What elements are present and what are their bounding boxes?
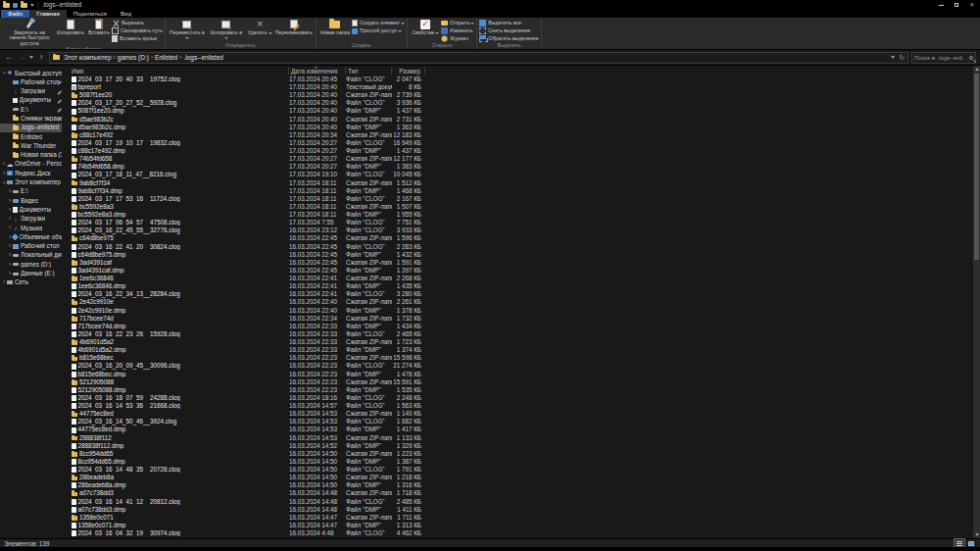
copy-button[interactable]: Копировать bbox=[55, 18, 86, 35]
file-row[interactable]: 2024_03_16_20_09_45__30096.clog16.03.202… bbox=[62, 363, 973, 371]
easy-access-button[interactable]: Простой доступ bbox=[352, 27, 405, 34]
file-row[interactable]: 2024_03_17_20_27_52__5928.clog17.03.2024… bbox=[62, 99, 973, 107]
sidebar-item[interactable]: War Thunder bbox=[0, 141, 62, 150]
breadcrumb-segment[interactable]: Enlisted bbox=[153, 54, 179, 61]
sidebar-item[interactable]: E:\ bbox=[0, 105, 62, 114]
file-row[interactable]: 286eadeb8a.dmp16.03.2024 14:50Файл "DMP"… bbox=[62, 481, 973, 489]
file-row[interactable]: bpreport17.03.2024 20:40Текстовый докум.… bbox=[62, 83, 973, 91]
breadcrumb-segment[interactable]: Этот компьютер bbox=[62, 54, 114, 61]
file-row[interactable]: c64d8be975.dmp16.03.2024 22:45Файл "DMP"… bbox=[62, 251, 973, 259]
file-row[interactable]: 74b54fd658.dmp17.03.2024 20:27Файл "DMP"… bbox=[62, 163, 973, 171]
tab-view[interactable]: Вид bbox=[114, 10, 138, 18]
scroll-up-icon[interactable] bbox=[975, 68, 979, 71]
sidebar-item[interactable]: ›Документы bbox=[0, 205, 62, 214]
new-item-button[interactable]: Создать элемент bbox=[352, 20, 405, 26]
sidebar-item[interactable]: Загрузки bbox=[0, 87, 62, 96]
file-row[interactable]: 2024_03_17_19_10_17__19832.clog17.03.202… bbox=[62, 139, 973, 147]
sidebar-item[interactable]: ›Этот компьютер bbox=[0, 178, 62, 187]
file-row[interactable]: 2e42c9910e16.03.2024 22:40Сжатая ZIP-пап… bbox=[62, 299, 973, 307]
file-row[interactable]: 8cc954dd6516.03.2024 14:50Сжатая ZIP-пап… bbox=[62, 450, 973, 458]
file-row[interactable]: 44775ec8ed16.03.2024 14:53Сжатая ZIP-пап… bbox=[62, 410, 973, 418]
file-row[interactable]: 2024_03_16_14_48_35__20728.clog16.03.202… bbox=[62, 466, 973, 474]
history-button[interactable]: Журнал bbox=[441, 35, 474, 42]
file-row[interactable]: 717bcee74d16.03.2024 22:34Сжатая ZIP-пап… bbox=[62, 315, 973, 323]
new-folder-button[interactable]: Новая папка bbox=[318, 18, 352, 35]
sidebar-item[interactable]: Снимки экрана bbox=[0, 114, 62, 123]
sidebar-item[interactable]: ›E:\ bbox=[0, 187, 62, 196]
file-row[interactable]: c88c17e49217.03.2024 20:34Сжатая ZIP-пап… bbox=[62, 131, 973, 139]
address-dropdown-icon[interactable] bbox=[891, 56, 895, 59]
file-row[interactable]: 286eadeb8a16.03.2024 14:50Сжатая ZIP-пап… bbox=[62, 474, 973, 481]
sidebar-item[interactable]: ›Сеть bbox=[0, 278, 62, 287]
file-row[interactable]: 717bcee74d.dmp16.03.2024 22:33Файл "DMP"… bbox=[62, 323, 973, 330]
move-to-button[interactable]: Переместить в bbox=[168, 18, 207, 41]
file-row[interactable]: 1358e0c071.dmp16.03.2024 14:47Файл "DMP"… bbox=[62, 522, 973, 529]
tab-share[interactable]: Поделиться bbox=[67, 10, 114, 18]
file-row[interactable]: 2024_03_17_20_40_33__19752.clog17.03.202… bbox=[62, 75, 973, 83]
file-row[interactable]: c88c17e492.dmp17.03.2024 20:27Файл "DMP"… bbox=[62, 147, 973, 155]
column-header[interactable]: Дата изменения˄ bbox=[289, 67, 346, 75]
qat-properties-icon[interactable] bbox=[13, 3, 18, 8]
file-row[interactable]: 2024_03_16_18_07_59__24288.clog16.03.202… bbox=[62, 394, 973, 402]
file-row[interactable]: 2024_03_16_14_53_36__21668.clog16.03.202… bbox=[62, 402, 973, 410]
file-row[interactable]: 2024_03_16_22_41_20__30824.clog16.03.202… bbox=[62, 243, 973, 251]
forward-icon[interactable]: → bbox=[17, 54, 26, 62]
file-row[interactable]: 2024_03_16_14_50_46__3924.clog16.03.2024… bbox=[62, 418, 973, 426]
scrollbar-thumb[interactable] bbox=[974, 74, 979, 260]
file-row[interactable]: 1ee6c36846.dmp16.03.2024 22:41Файл "DMP"… bbox=[62, 282, 973, 290]
file-row[interactable]: 288838f112.dmp16.03.2024 14:52Файл "DMP"… bbox=[62, 442, 973, 450]
sidebar-item[interactable]: ›Загрузки bbox=[0, 215, 62, 224]
file-row[interactable]: b815e68bec.dmp16.03.2024 22:23Файл "DMP"… bbox=[62, 371, 973, 378]
file-row[interactable]: 8cc954dd65.dmp16.03.2024 14:50Файл "DMP"… bbox=[62, 458, 973, 466]
rename-button[interactable]: Переименовать bbox=[274, 18, 314, 35]
breadcrumb-segment[interactable]: .logs--enlisted bbox=[181, 54, 224, 61]
maximize-button[interactable] bbox=[949, 0, 964, 10]
file-row[interactable]: 521290508816.03.2024 22:23Сжатая ZIP-пап… bbox=[62, 378, 973, 386]
sidebar-item[interactable]: Enlisted bbox=[0, 132, 62, 141]
file-row[interactable]: 1358e0c07116.03.2024 14:47Сжатая ZIP-пап… bbox=[62, 514, 973, 522]
qat-customize-icon[interactable] bbox=[30, 4, 34, 7]
file-row[interactable]: 2024_03_17_06_54_57__47508.clog17.03.202… bbox=[62, 219, 973, 226]
sidebar-item[interactable]: ›Быстрый доступ bbox=[0, 69, 62, 77]
close-button[interactable]: × bbox=[964, 0, 980, 10]
file-row[interactable]: c64d8be97516.03.2024 22:45Сжатая ZIP-пап… bbox=[62, 235, 973, 243]
refresh-icon[interactable]: ↻ bbox=[899, 54, 905, 61]
sidebar-item[interactable]: ›Рабочий стол bbox=[0, 242, 62, 251]
pin-button[interactable]: Закрепить на панели быстрого доступа bbox=[4, 18, 55, 46]
sidebar-item[interactable]: .logs--enlisted bbox=[0, 124, 62, 132]
back-icon[interactable]: ← bbox=[4, 54, 14, 62]
sidebar-item[interactable]: ›OneDrive - Personal bbox=[0, 160, 62, 169]
file-row[interactable]: 288838f11216.03.2024 14:53Сжатая ZIP-пап… bbox=[62, 434, 973, 442]
open-button[interactable]: Открыть bbox=[441, 20, 474, 26]
column-header[interactable]: Имя bbox=[62, 67, 289, 75]
details-view-button[interactable] bbox=[955, 539, 964, 547]
copy-to-button[interactable]: Копировать в bbox=[207, 18, 246, 41]
scroll-down-icon[interactable] bbox=[975, 533, 979, 536]
file-row[interactable]: 3ad4391caf16.03.2024 22:45Сжатая ZIP-пап… bbox=[62, 259, 973, 267]
file-row[interactable]: 2024_03_16_22_34_13__28284.clog16.03.202… bbox=[62, 290, 973, 298]
file-row[interactable]: bc5592e8a317.03.2024 18:11Сжатая ZIP-пап… bbox=[62, 203, 973, 211]
file-row[interactable]: 5087f1ee2017.03.2024 20:40Сжатая ZIP-пап… bbox=[62, 91, 973, 99]
address-bar[interactable]: Этот компьютер›games (D:)›Enlisted›.logs… bbox=[49, 52, 908, 64]
breadcrumb-segment[interactable]: games (D:) bbox=[116, 54, 151, 61]
cut-button[interactable]: Вырезать bbox=[112, 20, 163, 26]
sidebar-item[interactable]: ›Объемные объект bbox=[0, 232, 62, 241]
select-all-button[interactable]: Выделить все bbox=[479, 20, 538, 26]
thumbnail-view-button[interactable] bbox=[966, 539, 976, 547]
tab-home[interactable]: Главная bbox=[29, 10, 67, 18]
sidebar-item[interactable]: ›Музыка bbox=[0, 224, 62, 232]
select-none-button[interactable]: Снять выделение bbox=[479, 27, 538, 34]
sidebar-item[interactable]: ›Данные (E:) bbox=[0, 270, 62, 278]
file-row[interactable]: 1ee6c3684616.03.2024 22:41Сжатая ZIP-пап… bbox=[62, 275, 973, 282]
file-row[interactable]: 3ad4391caf.dmp16.03.2024 22:45Файл "DMP"… bbox=[62, 267, 973, 275]
sidebar-item[interactable]: Документы bbox=[0, 96, 62, 105]
sidebar-item[interactable]: ›Видео bbox=[0, 196, 62, 205]
file-row[interactable]: 9ab8cf7f34.dmp17.03.2024 18:11Файл "DMP"… bbox=[62, 187, 973, 195]
file-row[interactable]: b815e68bec16.03.2024 22:23Сжатая ZIP-пап… bbox=[62, 354, 973, 362]
column-header[interactable]: Размер bbox=[392, 67, 425, 75]
sidebar-item[interactable]: Новая папка (3) bbox=[0, 151, 62, 160]
paste-shortcut-button[interactable]: Вставить ярлык bbox=[112, 35, 163, 42]
sidebar-item[interactable]: Рабочий стол bbox=[0, 77, 62, 86]
qat-new-folder-icon[interactable] bbox=[21, 3, 27, 8]
delete-button[interactable]: ×Удалить bbox=[246, 18, 274, 35]
